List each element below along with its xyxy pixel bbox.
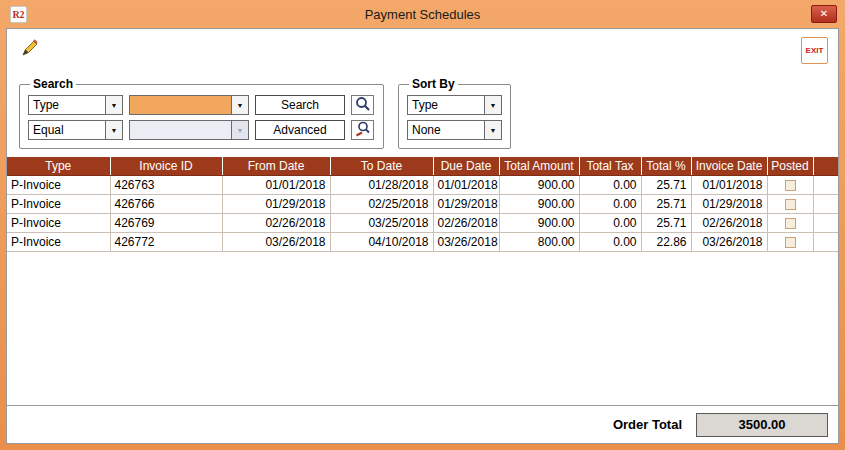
- toolbar: EXIT: [7, 29, 838, 75]
- app-icon: R2: [10, 6, 27, 23]
- cell-total-amount: 900.00: [499, 194, 579, 213]
- posted-checkbox[interactable]: [785, 180, 796, 191]
- chevron-down-icon[interactable]: ▼: [484, 96, 501, 114]
- column-header-filler: [813, 157, 838, 175]
- cell-filler: [813, 232, 838, 251]
- schedule-table: Type Invoice ID From Date To Date Due Da…: [7, 157, 838, 252]
- table-row[interactable]: P-Invoice 426769 02/26/2018 03/25/2018 0…: [7, 213, 838, 232]
- search-field-combo[interactable]: Type ▼: [28, 95, 123, 115]
- search-value-combo[interactable]: ▼: [129, 95, 249, 115]
- cell-posted: [767, 194, 813, 213]
- cell-invoice-id: 426769: [110, 213, 222, 232]
- cell-type: P-Invoice: [7, 232, 110, 251]
- column-header-due-date: Due Date: [433, 157, 499, 175]
- cell-posted: [767, 213, 813, 232]
- cell-invoice-id: 426772: [110, 232, 222, 251]
- cell-from-date: 02/26/2018: [222, 213, 330, 232]
- edit-button[interactable]: [19, 37, 41, 62]
- posted-checkbox[interactable]: [785, 199, 796, 210]
- table-row[interactable]: P-Invoice 426763 01/01/2018 01/28/2018 0…: [7, 175, 838, 194]
- magnifier-edit-icon: [354, 120, 372, 141]
- column-header-total-amount: Total Amount: [499, 157, 579, 175]
- column-header-type: Type: [7, 157, 110, 175]
- cell-to-date: 04/10/2018: [330, 232, 433, 251]
- cell-invoice-date: 01/01/2018: [691, 175, 767, 194]
- cell-type: P-Invoice: [7, 213, 110, 232]
- posted-checkbox[interactable]: [785, 237, 796, 248]
- controls-row: Search Type ▼ ▼ Search: [7, 75, 838, 157]
- cell-filler: [813, 175, 838, 194]
- cell-invoice-date: 03/26/2018: [691, 232, 767, 251]
- search-button[interactable]: Search: [255, 95, 345, 115]
- sortby-legend: Sort By: [409, 77, 458, 91]
- cell-type: P-Invoice: [7, 175, 110, 194]
- table-row[interactable]: P-Invoice 426766 01/29/2018 02/25/2018 0…: [7, 194, 838, 213]
- search-value-combo-value: [130, 96, 231, 114]
- cell-to-date: 01/28/2018: [330, 175, 433, 194]
- magnifier-icon: [354, 95, 372, 116]
- column-header-from-date: From Date: [222, 157, 330, 175]
- cell-to-date: 02/25/2018: [330, 194, 433, 213]
- exit-button[interactable]: EXIT: [801, 37, 828, 64]
- sortby-primary-combo-value: Type: [408, 96, 484, 114]
- column-header-to-date: To Date: [330, 157, 433, 175]
- column-header-invoice-date: Invoice Date: [691, 157, 767, 175]
- cell-posted: [767, 232, 813, 251]
- sortby-primary-combo[interactable]: Type ▼: [407, 95, 502, 115]
- chevron-down-icon: ▼: [231, 121, 248, 139]
- sortby-secondary-combo[interactable]: None ▼: [407, 120, 502, 140]
- table-row[interactable]: P-Invoice 426772 03/26/2018 04/10/2018 0…: [7, 232, 838, 251]
- sortby-secondary-combo-value: None: [408, 121, 484, 139]
- cell-posted: [767, 175, 813, 194]
- cell-invoice-id: 426766: [110, 194, 222, 213]
- cell-filler: [813, 213, 838, 232]
- column-header-invoice-id: Invoice ID: [110, 157, 222, 175]
- cell-due-date: 01/01/2018: [433, 175, 499, 194]
- close-button[interactable]: ✕: [811, 5, 837, 23]
- search-field-combo-value: Type: [29, 96, 105, 114]
- search-operator-combo-value: Equal: [29, 121, 105, 139]
- chevron-down-icon[interactable]: ▼: [105, 96, 122, 114]
- search-operator-combo[interactable]: Equal ▼: [28, 120, 123, 140]
- cell-total-pct: 25.71: [641, 213, 691, 232]
- cell-total-tax: 0.00: [579, 194, 641, 213]
- sortby-groupbox: Sort By Type ▼ None ▼: [398, 77, 511, 149]
- table-header-row: Type Invoice ID From Date To Date Due Da…: [7, 157, 838, 175]
- cell-total-tax: 0.00: [579, 175, 641, 194]
- chevron-down-icon[interactable]: ▼: [231, 96, 248, 114]
- search-operator-value: [130, 121, 231, 139]
- cell-total-pct: 22.86: [641, 232, 691, 251]
- cell-invoice-date: 01/29/2018: [691, 194, 767, 213]
- cell-due-date: 03/26/2018: [433, 232, 499, 251]
- column-header-posted: Posted: [767, 157, 813, 175]
- advanced-find-button[interactable]: [351, 120, 374, 140]
- cell-total-amount: 900.00: [499, 213, 579, 232]
- cell-invoice-date: 02/26/2018: [691, 213, 767, 232]
- chevron-down-icon[interactable]: ▼: [105, 121, 122, 139]
- find-button[interactable]: [351, 95, 374, 115]
- search-operator-value-combo: ▼: [129, 120, 249, 140]
- cell-total-amount: 900.00: [499, 175, 579, 194]
- schedule-table-area: Type Invoice ID From Date To Date Due Da…: [7, 157, 838, 405]
- search-legend: Search: [30, 77, 76, 91]
- cell-to-date: 03/25/2018: [330, 213, 433, 232]
- cell-from-date: 01/01/2018: [222, 175, 330, 194]
- content-panel: EXIT Search Type ▼ ▼ Search: [6, 28, 839, 444]
- posted-checkbox[interactable]: [785, 218, 796, 229]
- cell-filler: [813, 194, 838, 213]
- advanced-button[interactable]: Advanced: [255, 120, 345, 140]
- cell-due-date: 01/29/2018: [433, 194, 499, 213]
- cell-total-tax: 0.00: [579, 213, 641, 232]
- cell-total-pct: 25.71: [641, 194, 691, 213]
- chevron-down-icon[interactable]: ▼: [484, 121, 501, 139]
- window-title: Payment Schedules: [6, 7, 839, 22]
- search-groupbox: Search Type ▼ ▼ Search: [19, 77, 384, 149]
- cell-total-pct: 25.71: [641, 175, 691, 194]
- column-header-total-pct: Total %: [641, 157, 691, 175]
- cell-from-date: 03/26/2018: [222, 232, 330, 251]
- order-total-value: 3500.00: [696, 413, 828, 437]
- order-total-label: Order Total: [613, 417, 682, 432]
- cell-total-amount: 800.00: [499, 232, 579, 251]
- pencil-icon: [19, 47, 41, 62]
- cell-total-tax: 0.00: [579, 232, 641, 251]
